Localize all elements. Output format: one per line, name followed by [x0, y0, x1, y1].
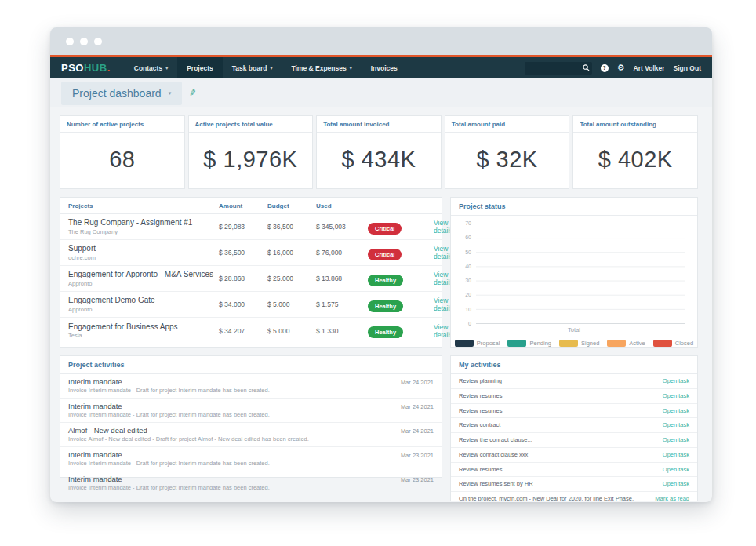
open-task-link[interactable]: Open task: [663, 436, 689, 443]
search-icon[interactable]: [581, 64, 592, 71]
chart-legend: ProposalPendingSignedActiveClosed: [451, 340, 697, 347]
activity-title: Interim mandate: [68, 475, 270, 483]
activity-description: Invoice Interim mandate - Draft for proj…: [68, 387, 270, 394]
nav-item-label: Time & Expenses: [291, 64, 346, 72]
status-badge: Healthy: [368, 326, 403, 338]
open-task-link[interactable]: Open task: [663, 407, 689, 414]
stats-row: Number of active projects 68 Active proj…: [60, 115, 698, 189]
project-amount: $ 34.000: [219, 300, 267, 308]
legend-label: Pending: [529, 340, 551, 347]
view-details-link[interactable]: View details: [427, 297, 453, 312]
psohub-logo[interactable]: PSOHUB.: [50, 57, 125, 78]
legend-item-active: Active: [607, 340, 645, 347]
search-input[interactable]: [525, 64, 581, 71]
window-titlebar: [50, 27, 712, 55]
activity-date: Mar 24 2021: [401, 428, 434, 435]
page-title: Project dashboard: [72, 87, 162, 100]
list-item: Interim mandate Invoice Interim mandate …: [60, 399, 442, 423]
project-name: Engagement for Appronto - M&A Services: [68, 270, 219, 279]
task-text: Review resumes: [459, 407, 656, 415]
notification-text: On the project, mycfh.com - New Deal for…: [459, 495, 649, 501]
legend-label: Active: [629, 340, 645, 347]
stat-card-active-projects: Number of active projects 68: [60, 115, 185, 189]
project-used: $ 13.868: [316, 275, 368, 282]
window-control-dot: [80, 38, 88, 46]
middle-row: Projects Amount Budget Used The Rug Comp…: [60, 197, 698, 348]
open-task-link[interactable]: Open task: [663, 466, 689, 473]
chevron-down-icon: ▾: [169, 90, 172, 96]
project-budget: $ 5.000: [267, 327, 316, 335]
legend-item-proposal: Proposal: [455, 340, 500, 347]
project-activities-panel: Project activities Interim mandate Invoi…: [60, 355, 442, 478]
y-axis-tick: 30: [456, 278, 471, 283]
nav-item-task-board[interactable]: Task board ▾: [223, 57, 282, 78]
stat-card-invoiced: Total amount invoiced $ 434K: [316, 115, 442, 189]
open-task-link[interactable]: Open task: [663, 480, 689, 487]
nav-item-label: Task board: [232, 64, 267, 72]
open-task-link[interactable]: Open task: [663, 377, 689, 384]
column-header-amount: Amount: [219, 202, 267, 209]
stat-label: Total amount outstanding: [573, 116, 697, 133]
legend-swatch: [607, 340, 626, 347]
dashboard-main: Number of active projects 68 Active proj…: [50, 107, 712, 502]
y-axis-tick: 40: [456, 264, 471, 269]
chevron-down-icon: ▾: [270, 65, 272, 71]
table-row: Engagement for Appronto - M&A Services A…: [60, 266, 442, 292]
project-used: $ 1.575: [316, 300, 368, 308]
view-details-link[interactable]: View details: [427, 271, 453, 286]
help-icon[interactable]: ?: [601, 64, 609, 72]
my-activities-panel: My activities Review planning Open task …: [450, 355, 698, 501]
project-used: $ 345,003: [316, 223, 368, 231]
view-details-link[interactable]: View details: [427, 323, 453, 339]
chart-x-axis-label: Total: [451, 326, 697, 333]
activity-description: Invoice Interim mandate - Draft for proj…: [68, 484, 270, 491]
nav-item-contacts[interactable]: Contacts ▾: [125, 57, 177, 78]
chart-plot: 706050403020100: [476, 224, 685, 324]
open-task-link[interactable]: Open task: [663, 451, 689, 458]
list-item: Interim mandate Invoice Interim mandate …: [60, 447, 442, 471]
table-row: Engagement Demo Gate Appronto $ 34.000 $…: [60, 292, 442, 318]
page-title-bar: Project dashboard ▾ ✎: [50, 78, 712, 107]
legend-label: Proposal: [477, 340, 500, 347]
task-text: Review resumes sent by HR: [459, 480, 656, 488]
nav-item-label: Contacts: [134, 64, 162, 72]
y-axis-tick: 60: [456, 235, 471, 240]
legend-item-closed: Closed: [653, 340, 693, 347]
project-used: $ 1.330: [316, 327, 368, 335]
user-menu[interactable]: Art Volker: [634, 64, 665, 72]
open-task-link[interactable]: Open task: [663, 421, 689, 428]
nav-item-time-expenses[interactable]: Time & Expenses ▾: [282, 57, 361, 78]
project-amount: $ 29,083: [219, 223, 267, 231]
open-task-link[interactable]: Open task: [663, 392, 689, 399]
legend-item-signed: Signed: [559, 340, 599, 347]
list-item: Almof - New deal edited Invoice Almof - …: [60, 423, 442, 447]
mark-as-read-link[interactable]: Mark as read: [655, 495, 689, 501]
project-used: $ 76,000: [316, 249, 368, 257]
list-item: Review contract Open task: [451, 418, 697, 433]
project-budget: $ 16,000: [267, 249, 316, 257]
nav-item-label: Invoices: [371, 64, 398, 72]
y-axis-tick: 70: [456, 220, 471, 226]
activity-date: Mar 23 2021: [401, 452, 434, 459]
task-text: Review the conract clause...: [459, 436, 656, 444]
gear-icon[interactable]: ⚙: [617, 64, 625, 72]
task-text: Review conract clause xxx: [459, 451, 656, 459]
sign-out-link[interactable]: Sign Out: [674, 64, 701, 72]
window-control-dot: [66, 38, 74, 46]
nav-item-invoices[interactable]: Invoices: [362, 57, 407, 78]
panel-title: My activities: [451, 356, 697, 374]
stat-value: $ 434K: [317, 133, 441, 187]
table-row: Engagement for Business Apps Tesla $ 34.…: [60, 318, 442, 344]
list-item: Review resumes Open task: [451, 404, 697, 419]
nav-item-projects[interactable]: Projects: [177, 57, 223, 78]
logo-text-hub: HUB: [84, 62, 107, 74]
project-budget: $ 5.000: [267, 300, 316, 308]
bottom-row: Project activities Interim mandate Invoi…: [60, 355, 698, 501]
view-details-link[interactable]: View details: [427, 245, 453, 260]
task-text: Review planning: [459, 377, 656, 385]
edit-dashboard-icon[interactable]: ✎: [188, 87, 197, 98]
dashboard-selector[interactable]: Project dashboard ▾: [61, 82, 182, 105]
project-amount: $ 34.207: [219, 327, 267, 335]
search-box[interactable]: [525, 62, 592, 75]
view-details-link[interactable]: View details: [427, 219, 453, 235]
